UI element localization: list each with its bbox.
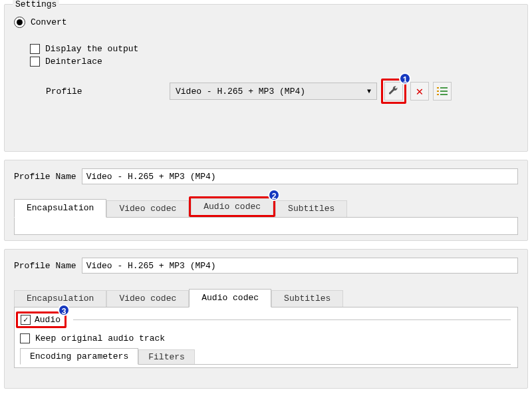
close-icon: ✕ (416, 84, 424, 99)
deinterlace-label: Deinterlace (45, 57, 102, 67)
tab-video-codec[interactable]: Video codec (106, 200, 189, 217)
svg-rect-1 (440, 87, 448, 89)
profile-panel-1: Profile Name Video - H.265 + MP3 (MP4) E… (4, 160, 528, 241)
subtab-filters[interactable]: Filters (138, 349, 195, 364)
profile-panel-2: Profile Name Video - H.265 + MP3 (MP4) E… (4, 249, 528, 389)
chevron-down-icon: ▼ (367, 88, 371, 95)
convert-label: Convert (31, 17, 67, 27)
tab-body-encapsulation (14, 218, 518, 235)
check-icon: ✓ (23, 316, 28, 324)
settings-panel: Settings Convert Display the output Dein… (4, 4, 528, 152)
profile-name-value: Video - H.265 + MP3 (MP4) (86, 172, 216, 182)
profile-name-input[interactable]: Video - H.265 + MP3 (MP4) (82, 258, 518, 274)
display-output-label: Display the output (45, 44, 138, 54)
svg-rect-5 (440, 94, 448, 95)
tab-audio-codec[interactable]: Audio codec (191, 198, 273, 215)
tab-encapsulation[interactable]: Encapsulation (14, 199, 106, 218)
wrench-icon (388, 86, 399, 97)
svg-rect-0 (437, 87, 439, 89)
audio-check-label: Audio (35, 315, 61, 325)
audio-checkbox[interactable]: ✓ (21, 315, 31, 325)
profile-name-label: Profile Name (14, 261, 76, 271)
tab-audio-codec[interactable]: Audio codec (189, 289, 271, 307)
list-new-icon (437, 87, 448, 96)
svg-rect-3 (440, 91, 448, 92)
checkbox-icon (20, 333, 30, 343)
tab-subtitles[interactable]: Subtitles (275, 200, 347, 217)
svg-rect-4 (437, 94, 439, 95)
convert-radio-row[interactable]: Convert (14, 17, 518, 28)
tab-body-audio-codec: ✓ Audio 3 Keep original audio track Enco… (14, 307, 518, 368)
settings-title: Settings (13, 0, 59, 9)
profile-select[interactable]: Video - H.265 + MP3 (MP4) ▼ (170, 83, 377, 100)
radio-icon (14, 17, 25, 28)
tab-subtitles[interactable]: Subtitles (271, 290, 343, 307)
profile-name-value: Video - H.265 + MP3 (MP4) (86, 261, 216, 271)
checkbox-icon (30, 44, 40, 54)
profile-label: Profile (46, 87, 170, 97)
profile-name-input[interactable]: Video - H.265 + MP3 (MP4) (82, 168, 518, 184)
edit-profile-button[interactable] (384, 82, 403, 101)
keep-original-label: Keep original audio track (35, 333, 165, 343)
checkbox-icon (30, 57, 40, 67)
callout-1: 1 (399, 73, 411, 85)
tab-video-codec[interactable]: Video codec (106, 290, 189, 307)
deinterlace-checkbox[interactable]: Deinterlace (30, 57, 518, 67)
callout-3: 3 (58, 304, 70, 316)
profile-selected-value: Video - H.265 + MP3 (MP4) (176, 87, 305, 97)
display-output-checkbox[interactable]: Display the output (30, 44, 518, 54)
delete-profile-button[interactable]: ✕ (410, 82, 429, 101)
keep-original-checkbox[interactable]: Keep original audio track (20, 333, 511, 343)
new-profile-button[interactable] (433, 82, 452, 101)
svg-rect-2 (437, 91, 439, 92)
callout-2: 2 (268, 189, 280, 201)
profile-name-label: Profile Name (14, 172, 76, 182)
subtab-encoding-params[interactable]: Encoding parameters (20, 348, 138, 365)
